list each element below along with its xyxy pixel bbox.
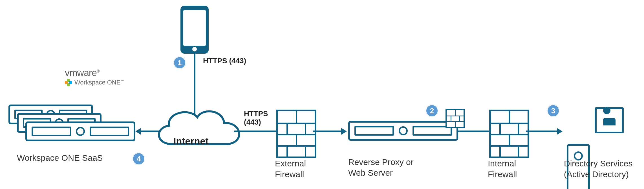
link-label-extfw-line1: HTTPS — [244, 110, 268, 118]
extfw-label-line2: Firewall — [275, 169, 306, 180]
server-icon — [25, 121, 135, 141]
link-label-extfw-line2: (443) — [244, 118, 268, 127]
intfw-label-line1: Internal — [488, 158, 517, 169]
arrow-head-icon — [135, 128, 141, 135]
connector-intfw-dir — [526, 131, 557, 132]
reverse-proxy-server-icon — [348, 121, 458, 141]
badge-1: 1 — [173, 57, 186, 69]
phone-icon — [180, 6, 209, 54]
host-firewall-icon — [445, 109, 465, 128]
link-label-extfw: HTTPS (443) — [244, 110, 268, 127]
badge-3: 3 — [547, 105, 559, 117]
logo-product: Workspace ONE — [74, 79, 120, 86]
logo-registered: ® — [97, 69, 99, 73]
user-card-icon — [595, 107, 624, 133]
revproxy-label-line2: Web Server — [348, 168, 414, 178]
badge-2: 2 — [426, 105, 438, 117]
extfw-label: External Firewall — [275, 158, 306, 179]
revproxy-label-line1: Reverse Proxy or — [348, 157, 414, 168]
internal-firewall-icon — [489, 110, 529, 158]
connector-internet-extfw — [234, 131, 276, 132]
dir-label-line2: (Active Directory) — [564, 169, 632, 180]
dir-label: Directory Services (Active Directory) — [564, 158, 632, 179]
arrow-head-icon — [341, 128, 347, 135]
extfw-label-line1: External — [275, 158, 306, 169]
cloud-icon — [149, 102, 245, 158]
intfw-label: Internal Firewall — [488, 158, 517, 179]
connector-revproxy-intfw — [458, 131, 489, 132]
arrow-head-icon — [557, 128, 563, 135]
workspace-one-icon — [65, 79, 72, 86]
badge-4: 4 — [133, 153, 145, 165]
external-firewall-icon — [276, 110, 316, 158]
link-label-phone: HTTPS (443) — [203, 57, 246, 65]
internet-label: Internet — [173, 136, 209, 147]
logo-ware: ware — [77, 67, 97, 78]
intfw-label-line2: Firewall — [488, 169, 517, 180]
saas-label: Workspace ONE SaaS — [17, 153, 103, 163]
dir-label-line1: Directory Services — [564, 158, 632, 169]
diagram-canvas: vmware® Workspace ONE™ Workspace ONE Saa… — [0, 0, 644, 189]
connector-extfw-revproxy — [313, 131, 341, 132]
vmware-logo: vmware® Workspace ONE™ — [65, 67, 124, 86]
logo-tm: ™ — [120, 79, 124, 83]
connector-internet-saas — [141, 131, 161, 132]
revproxy-label: Reverse Proxy or Web Server — [348, 157, 414, 178]
logo-vm: vm — [65, 67, 77, 78]
